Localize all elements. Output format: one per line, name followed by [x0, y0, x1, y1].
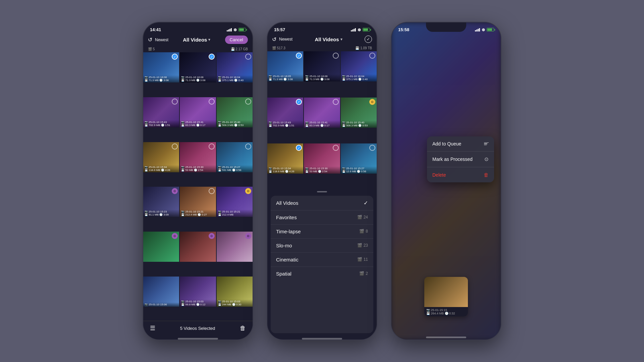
- video-thumb-2-4[interactable]: ✓ 📷 25-01-10 15:43 💾 702.9 MB 🕐 1:51: [267, 98, 303, 128]
- phone-2: 15:57 ⊛ ↺ Newest All Videos ▾ ✓ 🎬 517.3: [267, 22, 377, 340]
- check-2-4[interactable]: ✓: [296, 99, 302, 105]
- trash-icon: 🗑: [484, 172, 489, 178]
- video-thumb-2-3[interactable]: 📷 25-01-10 16:04 💾 375.1 MB 🕐 0:40: [341, 51, 377, 81]
- filter-favorites[interactable]: Favorites 🎬 24: [271, 210, 373, 225]
- newest-label-2: Newest: [279, 37, 292, 42]
- video-thumb-1-9[interactable]: 📷 25-01-10 15:27 💾 531 MB 🕐 0:56: [217, 142, 253, 172]
- delete-button[interactable]: Delete 🗑: [427, 167, 494, 182]
- wifi-icon-2: ⊛: [358, 27, 361, 32]
- mark-as-processed-button[interactable]: Mark as Processed ⊙: [427, 152, 494, 167]
- video-grid-2: ✓ 📷 25-01-10 16:05 💾 71.3 MB 🕐 3:08 📷 25…: [267, 51, 377, 189]
- processed-1-13: ⊙: [172, 233, 178, 239]
- timelapse-count: 8: [366, 229, 368, 234]
- check-empty-1-4[interactable]: [172, 99, 178, 105]
- filter-slomo[interactable]: Slo-mo 🎬 23: [271, 239, 373, 253]
- delete-icon-1[interactable]: 🗑: [240, 325, 246, 332]
- nav-title-2[interactable]: All Videos ▾: [315, 37, 342, 42]
- check-empty-2-5[interactable]: [333, 99, 339, 105]
- nav-title-1[interactable]: All Videos ▾: [183, 37, 210, 43]
- queue-icon-btn-1[interactable]: ☰: [150, 324, 155, 332]
- video-thumb-1-5[interactable]: 📷 25-01-10 15:41 💾 83.3 MB 🕐 0:17: [180, 97, 216, 127]
- slomo-count: 23: [364, 243, 368, 248]
- video-thumb-1-13[interactable]: ⊙: [143, 232, 179, 262]
- bottom-video-thumb-3[interactable]: 📷 25-01-15:15 💾 264.4 MB 🕐 0:32: [424, 277, 468, 316]
- video-thumb-2-8[interactable]: 📷 25-01-10 15:30 💾 53 MB 🕐 2:54: [304, 143, 340, 174]
- time-1: 14:41: [150, 27, 161, 32]
- check-2-1[interactable]: ✓: [296, 53, 302, 59]
- video-thumb-1-7[interactable]: 📷 25-01-10 15:34 💾 118.6 MB 🕐 4:26: [143, 142, 179, 172]
- filter-timelapse[interactable]: Time-lapse 🎬 8: [271, 225, 373, 239]
- add-to-queue-button[interactable]: Add to Queue: [427, 136, 494, 152]
- check-empty-1-11[interactable]: [209, 188, 215, 194]
- filter-all-videos[interactable]: All Videos ✓: [271, 196, 373, 210]
- home-indicator-3: [426, 337, 466, 338]
- video-thumb-1-1[interactable]: ✓ 📷 25-01-10 16:06 💾 71.3 MB 🕐 3:08: [143, 52, 179, 82]
- video-count-2: 🎬 517.3: [272, 46, 285, 50]
- all-videos-check: ✓: [364, 200, 368, 206]
- battery-icon-1: [238, 28, 246, 32]
- check-empty-1-5[interactable]: [209, 99, 215, 105]
- phone-notch-3: [426, 22, 466, 32]
- dropdown-chevron-2: ▾: [340, 37, 342, 42]
- video-grid-1: ✓ 📷 25-01-10 16:06 💾 71.3 MB 🕐 3:08 ✓ 📷 …: [143, 52, 253, 321]
- video-thumb-1-15[interactable]: ⊙: [217, 232, 253, 262]
- mark-processed-label: Mark as Processed: [432, 157, 473, 162]
- signal-icon-2: [351, 28, 356, 32]
- video-thumb-1-8[interactable]: 📷 25-01-10 15:30 💾 53 MB 🕐 2:54: [180, 142, 216, 172]
- video-thumb-1-14[interactable]: ⊙: [180, 232, 216, 262]
- wifi-icon-1: ⊛: [233, 27, 237, 32]
- video-thumb-1-12[interactable]: ⊙ 📷 25-01-10 15:21 💾 212.4 MB: [217, 187, 253, 217]
- check-empty-1-3[interactable]: [245, 54, 251, 60]
- check-1-2[interactable]: ✓: [209, 54, 215, 60]
- battery-icon-3: [487, 28, 494, 32]
- check-empty-1-7[interactable]: [172, 143, 178, 149]
- filter-cinematic[interactable]: Cinematic 🎬 11: [271, 253, 373, 267]
- video-thumb-1-10[interactable]: ⊙ 📷 25-01-10 15:23 💾 91.1 MB 🕐 3:09: [143, 187, 179, 217]
- check-1-1[interactable]: ✓: [172, 54, 178, 60]
- thumb-overlay-3: 📷 25-01-15:15 💾 264.4 MB 🕐 0:32: [424, 307, 468, 316]
- check-empty-2-2[interactable]: [333, 53, 339, 59]
- video-thumb-1-18[interactable]: 📷 25-01-10 15:03 💾 244 MB 🕐 0:30: [217, 277, 253, 307]
- status-icons-2: ⊛: [351, 27, 370, 32]
- newest-label-1: Newest: [155, 38, 168, 42]
- wifi-icon-3: ⊛: [482, 27, 485, 32]
- phone-notch-1: [178, 22, 218, 32]
- video-thumb-2-1[interactable]: ✓ 📷 25-01-10 16:05 💾 71.3 MB 🕐 3:08: [267, 51, 303, 81]
- video-thumb-1-3[interactable]: 📷 25-01-10 16:04 💾 375.1 MB 🕐 0:40: [217, 52, 253, 82]
- queue-menu-icon: [484, 142, 489, 145]
- check-circle-icon: ⊙: [484, 156, 489, 162]
- processed-1-15: ⊙: [245, 233, 251, 239]
- check-empty-1-6[interactable]: [245, 99, 251, 105]
- home-indicator-2: [302, 338, 342, 340]
- check-empty-1-9[interactable]: [245, 143, 251, 149]
- video-thumb-1-2[interactable]: ✓ 📷 25-01-10 16:06 💾 71.3 MB 🕐 3:08: [180, 52, 216, 82]
- done-check-2[interactable]: ✓: [365, 36, 372, 43]
- nav-bar-1: ↺ Newest All Videos ▾ Cancel: [143, 34, 253, 47]
- video-thumb-1-16[interactable]: 📷 25-01-10 15:06: [143, 277, 179, 307]
- status-icons-1: ⊛: [227, 27, 246, 32]
- video-thumb-2-5[interactable]: 📷 25-01-10 15:41 💾 83.3 MB 🕐 0:17: [304, 98, 340, 128]
- check-empty-2-3[interactable]: [369, 53, 375, 59]
- add-to-queue-label: Add to Queue: [432, 141, 461, 146]
- video-thumb-1-11[interactable]: 📷 25-01-10 15:21 💾 212.4 MB 🕐 0:27: [180, 187, 216, 217]
- filter-spatial[interactable]: Spatial 🎬 2: [271, 267, 373, 281]
- battery-icon-2: [363, 28, 370, 32]
- video-thumb-1-6[interactable]: 📷 25-01-10 15:40 💾 508.3 MB 🕐 0:53: [217, 97, 253, 127]
- check-empty-2-8[interactable]: [333, 145, 339, 151]
- video-thumb-2-7[interactable]: ✓ 📷 25-01-10 15:34 💾 118.6 MB 🕐 4:26: [267, 143, 303, 174]
- check-empty-1-8[interactable]: [209, 143, 215, 149]
- video-thumb-1-17[interactable]: 📷 25-01-10 15:03 💾 99.8 MB 🕐 0:12: [180, 277, 216, 307]
- selected-label-1: 5 Videos Selected: [180, 326, 215, 331]
- cancel-button-1[interactable]: Cancel: [225, 36, 248, 44]
- bottom-bar-1: ☰ 5 Videos Selected 🗑: [143, 321, 253, 337]
- sub-bar-2: 🎬 517.3 💾 1.09 TB: [267, 46, 377, 51]
- video-thumb-2-6[interactable]: ⊙ 📷 25-01-10 15:40 💾 508.3 MB 🕐 0:53: [341, 98, 377, 128]
- nav-bar-2: ↺ Newest All Videos ▾ ✓: [267, 34, 377, 46]
- favorites-count: 24: [364, 215, 368, 220]
- check-empty-2-9[interactable]: [369, 145, 375, 151]
- processed-1-14: ⊙: [209, 233, 215, 239]
- check-2-7[interactable]: ✓: [296, 145, 302, 151]
- video-thumb-1-4[interactable]: 📷 25-01-10 15:43 💾 702.9 MB 🕐 1:51: [143, 97, 179, 127]
- video-thumb-2-9[interactable]: 📷 25-01-10 15:27 💾 12.6 MB 🕐 0:56: [341, 143, 377, 174]
- video-thumb-2-2[interactable]: 📷 25-01-10 16:06 💾 71.3 MB 🕐 3:08: [304, 51, 340, 81]
